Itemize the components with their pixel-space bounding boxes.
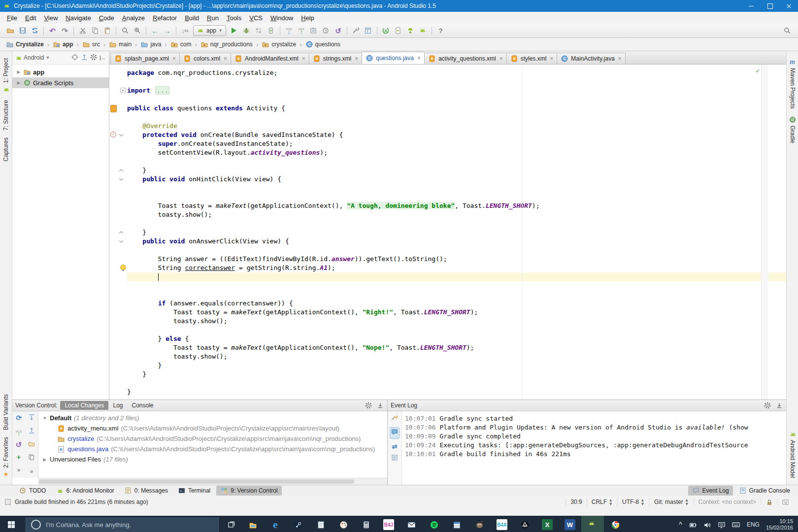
- tool-strip-build-variants[interactable]: Build Variants: [2, 394, 9, 430]
- tool-strip-1-project[interactable]: 1: Project: [2, 58, 10, 93]
- tool-strip-7-structure[interactable]: 7: Structure: [2, 100, 9, 131]
- message-bubble-button[interactable]: [390, 427, 399, 439]
- coverage-button[interactable]: [253, 25, 265, 36]
- project-view-selector[interactable]: Android: [24, 54, 44, 61]
- vc-row-default[interactable]: ▼Default(1 directory and 2 files): [38, 413, 387, 423]
- taskbar-app-b4j[interactable]: B4J: [377, 516, 400, 532]
- tab-colors-xml[interactable]: colors.xml×: [179, 53, 231, 64]
- task-view-button[interactable]: [222, 516, 241, 532]
- intention-bulb-icon[interactable]: [120, 265, 126, 270]
- move-button[interactable]: [28, 453, 35, 463]
- expander-icon[interactable]: ▶: [16, 69, 21, 74]
- attach-debugger-button[interactable]: [265, 25, 277, 36]
- dock-button[interactable]: |←: [99, 54, 107, 62]
- menu-help[interactable]: Help: [297, 13, 318, 23]
- maximize-button[interactable]: [761, 0, 779, 12]
- menu-edit[interactable]: Edit: [21, 13, 40, 23]
- tool-strip-captures[interactable]: Captures: [2, 137, 9, 162]
- gear-icon[interactable]: [365, 401, 372, 409]
- tool-strip-2-favorites[interactable]: 2: Favorites★: [2, 437, 10, 478]
- vc-tab-log[interactable]: Log: [108, 401, 127, 410]
- vc-tab-console[interactable]: Console: [127, 401, 158, 410]
- hide-panel-icon[interactable]: [376, 401, 384, 409]
- more-button[interactable]: »: [28, 466, 35, 475]
- taskbar-app-unity[interactable]: [513, 516, 536, 532]
- taskbar-app-b4a[interactable]: B4A: [491, 516, 513, 532]
- tool-window-button-gradle-console[interactable]: Gradle Console: [735, 486, 794, 496]
- vcs-commit-button[interactable]: VCS↑: [15, 426, 23, 437]
- paste-button[interactable]: [101, 25, 113, 36]
- tool-window-button-event-log[interactable]: Event Log: [688, 486, 733, 496]
- menu-view[interactable]: View: [40, 13, 62, 23]
- breadcrumb-main[interactable]: main: [108, 40, 133, 49]
- tool-strip-android-model[interactable]: Android Model: [789, 430, 797, 478]
- tab-androidmanifest-xml[interactable]: AndroidManifest.xml×: [231, 53, 309, 64]
- gear-icon[interactable]: [764, 401, 771, 409]
- collapse-all-button[interactable]: [80, 53, 88, 63]
- search-everywhere-button[interactable]: [781, 25, 793, 36]
- refresh-button[interactable]: ⟳: [15, 413, 23, 422]
- breadcrumb-java[interactable]: java: [139, 40, 162, 49]
- debug-button[interactable]: [240, 25, 253, 36]
- menu-code[interactable]: Code: [95, 13, 118, 23]
- taskbar-clock[interactable]: 10:1515/02/2016: [763, 518, 798, 531]
- vc-row-questions-java[interactable]: questions.java(C:\Users\Adamski\AndroidS…: [38, 444, 387, 454]
- history-button[interactable]: [320, 25, 332, 36]
- tab-styles-xml[interactable]: styles.xml×: [506, 53, 558, 64]
- breadcrumb-nqr_productions[interactable]: nqr_productions: [200, 40, 254, 49]
- locate-file-button[interactable]: [71, 53, 79, 63]
- rollback-button[interactable]: ↺: [15, 440, 23, 449]
- override-marker-icon[interactable]: ↑: [110, 132, 116, 137]
- project-structure-button[interactable]: [362, 25, 374, 36]
- breadcrumb-app[interactable]: app: [52, 40, 74, 49]
- expander-icon[interactable]: ▼: [42, 416, 47, 421]
- menu-refactor[interactable]: Refactor: [149, 13, 181, 23]
- taskbar-app-android-studio[interactable]: [581, 516, 604, 532]
- expand-all-button[interactable]: [28, 413, 35, 423]
- volume-icon[interactable]: [700, 516, 714, 532]
- vc-horizontal-scrollbar[interactable]: [38, 478, 387, 485]
- run-button[interactable]: [228, 25, 240, 36]
- taskbar-app-steam[interactable]: [287, 516, 309, 532]
- menu-window[interactable]: Window: [266, 13, 297, 23]
- find-button[interactable]: [119, 25, 131, 36]
- project-tree-item-app[interactable]: ▶app: [12, 66, 109, 77]
- save-all-button[interactable]: [16, 25, 29, 36]
- taskbar-app-paint[interactable]: [332, 516, 355, 532]
- tab-activity-questions-xml[interactable]: activity_questions.xml×: [424, 53, 507, 64]
- tab-splash-page-xml[interactable]: splash_page.xml×: [110, 53, 180, 64]
- expander-icon[interactable]: ▶: [42, 457, 47, 462]
- android-monitor-button[interactable]: [417, 25, 429, 36]
- breadcrumb-Crystalize[interactable]: Crystalize: [5, 40, 45, 49]
- vc-row-activity-menu-xml[interactable]: activity_menu.xml(C:\Users\Adamski\Andro…: [38, 423, 387, 433]
- taskbar-app-word[interactable]: W: [559, 516, 581, 532]
- taskbar-app-mail[interactable]: [400, 516, 423, 532]
- tool-window-button-0-messages[interactable]: 0: Messages: [120, 486, 172, 496]
- tool-window-button-todo[interactable]: TODO: [15, 486, 50, 496]
- show-changes-button[interactable]: [307, 25, 320, 36]
- menu-build[interactable]: Build: [181, 13, 203, 23]
- breadcrumb-com[interactable]: com: [169, 40, 193, 49]
- cut-button[interactable]: [76, 25, 89, 36]
- breadcrumb-src[interactable]: src: [81, 40, 101, 49]
- context-selector[interactable]: Context: <no context>: [694, 499, 761, 505]
- taskbar-app-chrome[interactable]: [604, 516, 627, 532]
- vc-tab-local-changes[interactable]: Local Changes: [60, 401, 108, 410]
- settings-button[interactable]: [350, 25, 362, 36]
- close-tab-icon[interactable]: ×: [355, 55, 358, 62]
- vcs-commit-button[interactable]: VCS↑: [295, 25, 307, 36]
- close-tab-icon[interactable]: ×: [550, 55, 553, 62]
- touch-keyboard-icon[interactable]: [729, 516, 743, 532]
- menu-vcs[interactable]: VCS: [245, 13, 266, 23]
- hide-panel-icon[interactable]: [775, 401, 783, 409]
- menu-run[interactable]: Run: [203, 13, 223, 23]
- avd-manager-button[interactable]: [392, 25, 404, 36]
- vcs-update-button[interactable]: VCS↓: [283, 25, 295, 36]
- taskbar-app-gimp[interactable]: [468, 516, 491, 532]
- close-button[interactable]: [779, 0, 798, 12]
- replace-button[interactable]: A: [131, 25, 143, 36]
- tab-mainactivity-java[interactable]: CMainActivity.java×: [557, 53, 626, 64]
- forward-button[interactable]: →: [161, 25, 173, 36]
- fold-expand-icon[interactable]: +: [120, 88, 126, 93]
- menu-analyze[interactable]: Analyze: [118, 13, 149, 23]
